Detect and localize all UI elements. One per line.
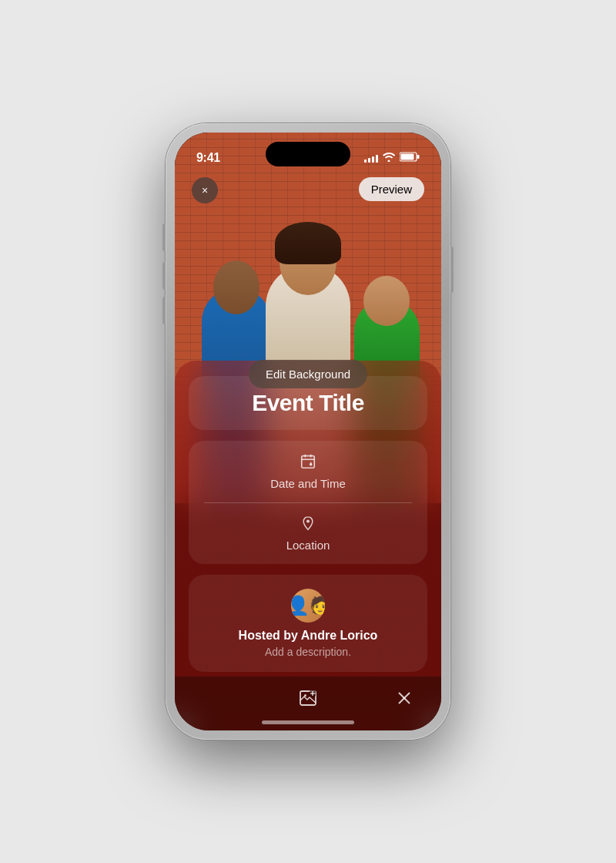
toolbar-center [226, 684, 390, 712]
gallery-button[interactable] [294, 684, 322, 712]
close-icon: × [202, 184, 208, 196]
close-button[interactable]: × [192, 177, 218, 203]
date-time-label: Date and Time [270, 477, 346, 490]
svg-rect-3 [302, 456, 315, 468]
location-field[interactable]: Location [189, 502, 427, 564]
toolbar-close-button[interactable] [390, 684, 418, 712]
event-title: Event Title [204, 390, 412, 416]
edit-background-button[interactable]: Edit Background [249, 360, 367, 388]
date-time-icon [300, 453, 316, 474]
phone-container: 9:41 [166, 123, 450, 740]
home-indicator [262, 720, 354, 724]
wifi-icon [383, 153, 395, 164]
avatar: 🧑 [291, 589, 325, 623]
bottom-sheet: Event Title [175, 361, 441, 730]
phone-screen: 9:41 [175, 133, 441, 730]
battery-icon [400, 151, 420, 165]
fields-section: Date and Time Location [189, 441, 427, 564]
preview-label: Preview [371, 183, 412, 196]
svg-rect-2 [417, 155, 420, 159]
sheet-content: Event Title [175, 376, 441, 672]
location-label: Location [286, 539, 330, 552]
description-placeholder: Add a description. [204, 646, 412, 658]
status-time: 9:41 [196, 151, 220, 165]
dynamic-island [266, 142, 350, 166]
svg-point-9 [306, 519, 310, 522]
svg-rect-1 [401, 154, 414, 160]
status-icons [364, 151, 420, 165]
location-icon [300, 515, 316, 536]
host-name: Hosted by Andre Lorico [204, 629, 412, 643]
edit-background-label: Edit Background [266, 368, 350, 381]
date-time-field[interactable]: Date and Time [189, 441, 427, 502]
preview-button[interactable]: Preview [359, 177, 424, 201]
signal-icon [364, 153, 378, 163]
host-section[interactable]: 🧑 Hosted by Andre Lorico Add a descripti… [189, 575, 427, 672]
